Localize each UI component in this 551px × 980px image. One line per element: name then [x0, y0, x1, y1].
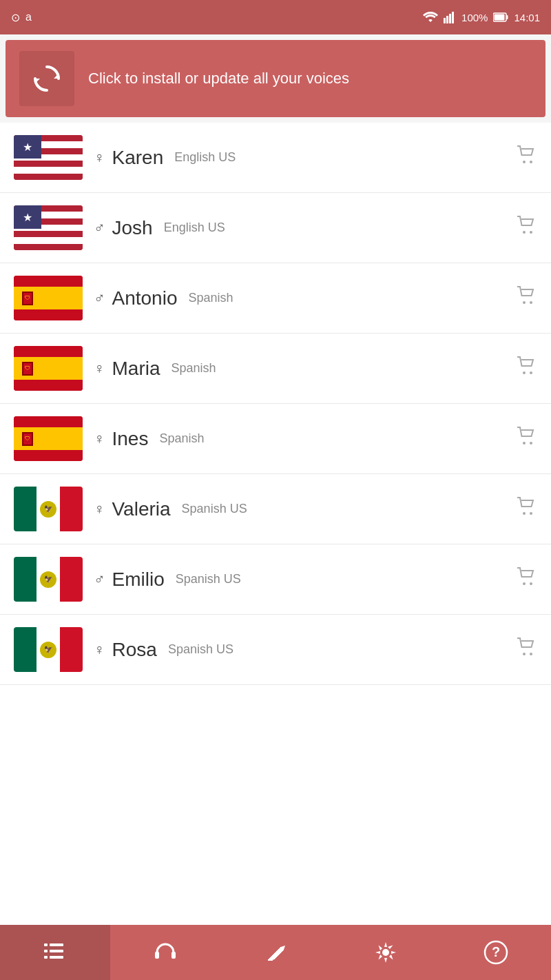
bottom-nav: ?	[0, 925, 551, 980]
svg-rect-1	[446, 16, 448, 23]
voice-lang-karen: English US	[174, 150, 236, 165]
svg-point-13	[523, 301, 526, 304]
cart-icon	[517, 567, 537, 586]
svg-point-21	[523, 582, 526, 585]
headphone-nav-icon	[153, 940, 178, 965]
voice-info-antonio: ♂ Antonio Spanish	[94, 287, 506, 309]
voice-name-karen: Karen	[112, 147, 164, 169]
svg-rect-3	[452, 12, 454, 23]
svg-rect-28	[50, 950, 63, 952]
cart-button-valeria[interactable]	[517, 497, 537, 521]
voice-lang-rosa: Spanish US	[168, 642, 233, 657]
cart-button-emilio[interactable]	[517, 567, 537, 591]
flag-es: 🛡	[14, 276, 83, 320]
svg-point-23	[523, 653, 526, 655]
refresh-icon-container	[19, 51, 74, 106]
svg-rect-2	[449, 14, 451, 23]
flag-us: ★	[14, 205, 83, 250]
cart-icon	[517, 637, 537, 657]
svg-point-19	[523, 512, 526, 515]
status-left: ⊙ a	[11, 11, 32, 24]
svg-point-34	[382, 949, 389, 956]
voice-item-valeria[interactable]: 🦅 ♀ Valeria Spanish US	[0, 474, 551, 544]
voice-info-valeria: ♀ Valeria Spanish US	[94, 498, 506, 520]
gender-icon-karen: ♀	[94, 149, 105, 167]
svg-point-24	[530, 653, 532, 655]
voice-name-emilio: Emilio	[112, 569, 165, 591]
voice-item-emilio[interactable]: 🦅 ♂ Emilio Spanish US	[0, 544, 551, 615]
cart-icon	[517, 145, 537, 165]
cart-icon	[517, 427, 537, 446]
voice-name-ines: Ines	[112, 428, 149, 450]
status-icon2: a	[25, 11, 32, 23]
svg-rect-32	[171, 952, 176, 959]
svg-rect-25	[44, 943, 48, 946]
svg-rect-30	[50, 956, 63, 959]
svg-text:?: ?	[492, 944, 500, 959]
time-text: 14:01	[514, 12, 540, 23]
battery-icon	[493, 12, 508, 22]
svg-point-14	[530, 301, 532, 304]
flag-us: ★	[14, 135, 83, 180]
voice-lang-antonio: Spanish	[188, 291, 233, 305]
voice-item-rosa[interactable]: 🦅 ♀ Rosa Spanish US	[0, 615, 551, 685]
svg-marker-7	[54, 74, 59, 79]
gender-icon-emilio: ♂	[94, 571, 105, 589]
voice-item-ines[interactable]: 🛡 ♀ Ines Spanish	[0, 404, 551, 474]
voice-info-maria: ♀ Maria Spanish	[94, 358, 506, 380]
flag-mx: 🦅	[14, 487, 83, 531]
flag-es: 🛡	[14, 346, 83, 391]
wifi-icon	[423, 11, 438, 23]
voice-name-antonio: Antonio	[112, 287, 178, 309]
svg-rect-27	[44, 950, 48, 952]
settings-nav-icon	[373, 940, 398, 965]
voice-lang-maria: Spanish	[171, 361, 216, 376]
svg-rect-29	[44, 956, 48, 959]
svg-point-15	[523, 371, 526, 374]
voice-info-emilio: ♂ Emilio Spanish US	[94, 569, 506, 591]
voice-name-rosa: Rosa	[112, 639, 157, 661]
voice-info-karen: ♀ Karen English US	[94, 147, 506, 169]
voice-list: ★ ♀ Karen English US ★ ♂ Josh	[0, 123, 551, 925]
voice-info-ines: ♀ Ines Spanish	[94, 428, 506, 450]
nav-edit[interactable]	[220, 925, 331, 980]
voice-info-rosa: ♀ Rosa Spanish US	[94, 639, 506, 661]
voice-info-josh: ♂ Josh English US	[94, 217, 506, 239]
voice-name-valeria: Valeria	[112, 498, 171, 520]
cart-button-antonio[interactable]	[517, 286, 537, 310]
voice-item-karen[interactable]: ★ ♀ Karen English US	[0, 123, 551, 193]
gender-icon-josh: ♂	[94, 219, 105, 237]
voice-item-maria[interactable]: 🛡 ♀ Maria Spanish	[0, 334, 551, 404]
cart-button-maria[interactable]	[517, 356, 537, 380]
svg-point-20	[530, 512, 532, 515]
voice-item-antonio[interactable]: 🛡 ♂ Antonio Spanish	[0, 263, 551, 334]
nav-help[interactable]: ?	[441, 925, 551, 980]
flag-mx: 🦅	[14, 557, 83, 602]
cart-button-josh[interactable]	[517, 216, 537, 240]
svg-point-16	[530, 371, 532, 374]
battery-text: 100%	[461, 12, 488, 23]
nav-settings[interactable]	[331, 925, 441, 980]
voice-item-josh[interactable]: ★ ♂ Josh English US	[0, 193, 551, 263]
gender-icon-ines: ♀	[94, 430, 105, 448]
cart-button-karen[interactable]	[517, 145, 537, 170]
voice-lang-emilio: Spanish US	[176, 572, 241, 586]
svg-point-17	[523, 442, 526, 445]
list-nav-icon	[43, 940, 67, 965]
cart-button-rosa[interactable]	[517, 637, 537, 662]
voice-name-maria: Maria	[112, 358, 160, 380]
svg-rect-26	[50, 943, 63, 946]
svg-marker-8	[35, 79, 40, 83]
voice-lang-valeria: Spanish US	[182, 502, 247, 516]
nav-list[interactable]	[0, 925, 110, 980]
cart-icon	[517, 356, 537, 376]
gender-icon-rosa: ♀	[94, 641, 105, 659]
refresh-icon	[30, 61, 64, 96]
install-banner[interactable]: Click to install or update all your voic…	[6, 40, 545, 117]
svg-point-11	[523, 231, 526, 234]
voice-lang-josh: English US	[164, 221, 225, 235]
voice-lang-ines: Spanish	[159, 431, 204, 446]
svg-point-18	[530, 442, 532, 445]
cart-button-ines[interactable]	[517, 427, 537, 451]
nav-headphone[interactable]	[110, 925, 220, 980]
